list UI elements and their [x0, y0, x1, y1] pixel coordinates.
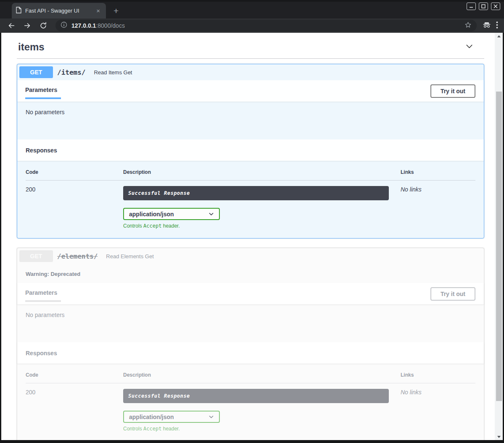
opblock-summary[interactable]: GET /elements/ Read Elements Get [17, 248, 484, 264]
page-viewport: items GET /items/ Read Items Get Paramet… [1, 33, 503, 440]
incognito-icon [483, 21, 491, 30]
parameters-header: Parameters Try it out [17, 283, 484, 304]
opblock-summary[interactable]: GET /items/ Read Items Get [17, 64, 484, 80]
parameters-tab[interactable]: Parameters [25, 87, 61, 99]
no-links-text: No links [401, 383, 475, 432]
description-column-header: Description [123, 169, 401, 180]
browser-menu-icon[interactable] [496, 21, 498, 30]
deprecated-warning: Warning: Deprecated [17, 264, 484, 283]
responses-header: Responses [17, 342, 484, 364]
code-column-header: Code [26, 169, 123, 180]
url-path: :8000/docs [96, 22, 125, 29]
page-favicon-icon [16, 7, 21, 15]
tab-title: Fast API - Swagger UI [25, 8, 91, 14]
operation-path: /items/ [53, 68, 90, 76]
site-info-icon[interactable] [61, 21, 67, 30]
links-column-header: Links [401, 169, 475, 180]
scrollbar-thumb[interactable] [496, 92, 502, 401]
links-column-header: Links [401, 372, 475, 383]
try-it-out-button[interactable]: Try it out [430, 84, 475, 98]
opblock-get-elements-deprecated: GET /elements/ Read Elements Get Warning… [17, 248, 484, 440]
media-type-select[interactable]: application/json [123, 411, 220, 423]
responses-label: Responses [26, 147, 57, 154]
browser-titlebar: Fast API - Swagger UI × + [0, 0, 504, 18]
new-tab-button[interactable]: + [113, 6, 119, 15]
controls-accept-note: Controls Accept header. [123, 223, 401, 229]
responses-label: Responses [26, 350, 57, 356]
collapse-chevron-icon[interactable] [465, 42, 474, 52]
media-type-value: application/json [129, 211, 174, 218]
description-column-header: Description [123, 372, 401, 383]
operation-summary: Read Items Get [90, 69, 132, 76]
response-code: 200 [26, 383, 123, 432]
chevron-down-icon [208, 211, 214, 217]
url-text[interactable]: 127.0.0.1:8000/docs [71, 22, 125, 29]
response-code: 200 [26, 181, 123, 229]
response-description: Successful Response [123, 186, 389, 200]
window-close-button[interactable] [491, 3, 500, 10]
responses-header: Responses [17, 139, 484, 161]
browser-tab[interactable]: Fast API - Swagger UI × [12, 3, 106, 18]
back-icon[interactable] [5, 20, 18, 31]
parameters-tab[interactable]: Parameters [25, 289, 61, 302]
no-parameters-text: No parameters [17, 102, 484, 139]
parameters-header: Parameters Try it out [17, 80, 484, 102]
responses-table: Code Description Links 200 Successful Re… [17, 161, 484, 238]
scroll-down-icon[interactable] [495, 433, 503, 440]
response-description: Successful Response [123, 389, 389, 403]
code-column-header: Code [26, 372, 123, 383]
response-description-cell: Successful Response application/json Con… [123, 383, 401, 432]
page-scrollbar[interactable] [495, 33, 503, 440]
forward-icon[interactable] [21, 20, 34, 31]
tab-close-icon[interactable]: × [95, 7, 102, 15]
chevron-down-icon [208, 414, 214, 419]
no-parameters-text: No parameters [17, 304, 484, 342]
response-description-cell: Successful Response application/json Con… [123, 181, 401, 229]
responses-table: Code Description Links 200 Successful Re… [17, 364, 484, 440]
window-maximize-button[interactable] [479, 3, 488, 10]
address-bar[interactable]: 127.0.0.1:8000/docs [55, 20, 477, 31]
window-minimize-button[interactable] [467, 3, 476, 10]
tag-section-title: items [18, 41, 45, 53]
swagger-ui: items GET /items/ Read Items Get Paramet… [1, 33, 503, 440]
operation-summary: Read Elements Get [102, 253, 153, 260]
reload-icon[interactable] [37, 20, 50, 31]
method-badge: GET [19, 66, 53, 78]
operation-path: /elements/ [53, 252, 102, 260]
try-it-out-button[interactable]: Try it out [430, 287, 475, 301]
no-links-text: No links [401, 181, 475, 229]
browser-toolbar: 127.0.0.1:8000/docs [0, 18, 504, 33]
media-type-select[interactable]: application/json [123, 208, 220, 220]
scroll-up-icon[interactable] [495, 33, 503, 39]
media-type-value: application/json [129, 414, 174, 420]
url-host: 127.0.0.1 [71, 22, 96, 29]
bookmark-star-icon[interactable] [464, 21, 472, 30]
method-badge: GET [19, 250, 53, 262]
opblock-get-items: GET /items/ Read Items Get Parameters Tr… [17, 64, 484, 239]
controls-accept-note: Controls Accept header. [123, 426, 401, 432]
tag-section-header[interactable]: items [17, 39, 484, 59]
